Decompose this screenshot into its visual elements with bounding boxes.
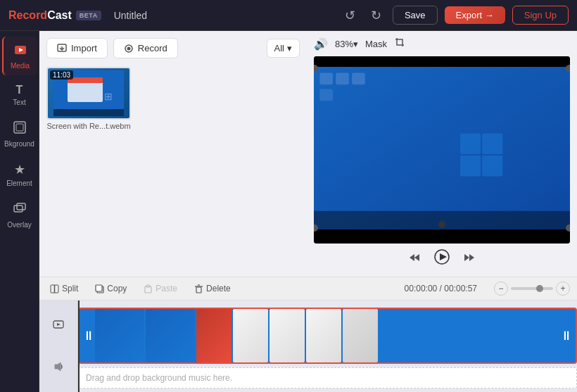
sidebar-item-text[interactable]: T Text — [2, 78, 37, 112]
track-audio-icon[interactable] — [53, 361, 64, 374]
audio-track-icon — [53, 361, 64, 372]
clip-frame-7 — [343, 309, 378, 362]
clip-pause-icon: ⏸ — [82, 329, 95, 343]
sidebar-overlay-label: Overlay — [7, 221, 31, 229]
delete-icon — [194, 284, 203, 293]
svg-text:⊞: ⊞ — [104, 91, 113, 102]
background-icon — [13, 120, 27, 138]
delete-button[interactable]: Delete — [191, 282, 234, 296]
thumbnail: ⊞ 11:03 — [46, 67, 131, 120]
content-area: Import Record All ▾ — [39, 31, 577, 392]
svg-marker-42 — [55, 362, 61, 371]
sidebar-item-element[interactable]: ★ Element — [2, 156, 37, 193]
forward-button[interactable] — [464, 252, 475, 266]
beta-badge: BETA — [76, 11, 101, 20]
export-button[interactable]: Export → — [445, 6, 505, 24]
sidebar-element-label: Element — [6, 179, 32, 187]
timeline-toolbar: Split Copy Paste — [39, 277, 577, 301]
sidebar-item-media[interactable]: Media — [2, 37, 37, 75]
music-placeholder: Drag and drop background music here. — [86, 373, 232, 383]
main-layout: Media T Text Bkground ★ Element — [0, 31, 577, 392]
play-icon — [434, 249, 450, 265]
preview-video-area — [314, 67, 570, 229]
svg-rect-37 — [196, 287, 201, 293]
music-track[interactable]: Drag and drop background music here. — [78, 367, 577, 388]
overlay-icon — [13, 201, 27, 219]
svg-marker-25 — [410, 254, 414, 261]
split-button[interactable]: Split — [46, 282, 82, 296]
import-button[interactable]: Import — [46, 38, 108, 58]
svg-rect-2 — [14, 122, 25, 133]
clip-frame-2 — [146, 309, 195, 362]
zoom-thumb — [536, 285, 543, 292]
svg-rect-22 — [460, 156, 481, 176]
clip-frame-4 — [233, 309, 268, 362]
record-icon — [124, 44, 134, 53]
play-button[interactable] — [434, 249, 450, 268]
preview-controls — [314, 244, 570, 271]
rewind-icon — [409, 252, 420, 263]
svg-rect-15 — [314, 67, 570, 229]
playhead[interactable] — [78, 301, 80, 392]
logo-text: RecordCast — [8, 9, 72, 22]
clip-frame-3 — [196, 309, 232, 362]
sidebar-text-label: Text — [13, 99, 25, 106]
video-track-icon — [53, 319, 64, 330]
svg-rect-5 — [17, 203, 25, 210]
svg-rect-21 — [482, 134, 502, 154]
thumb-duration: 11:03 — [50, 70, 73, 80]
crop-button[interactable] — [394, 37, 405, 51]
svg-marker-29 — [464, 254, 469, 261]
zoom-out-button[interactable]: − — [494, 282, 508, 296]
svg-rect-16 — [319, 72, 333, 84]
record-button[interactable]: Record — [113, 38, 178, 58]
paste-icon — [144, 284, 153, 293]
volume-icon[interactable]: 🔊 — [314, 37, 328, 51]
zoom-in-button[interactable]: + — [556, 282, 570, 296]
split-icon — [50, 284, 59, 293]
forward-icon — [464, 252, 475, 263]
svg-rect-17 — [336, 72, 349, 84]
thumb-label: Screen with Re...t.webm — [46, 122, 131, 130]
undo-button[interactable]: ↺ — [341, 5, 360, 26]
redo-button[interactable]: ↻ — [367, 5, 386, 26]
volume-percent[interactable]: 83%▾ — [335, 39, 358, 49]
clip-frame-5 — [270, 309, 305, 362]
crop-icon — [394, 37, 405, 48]
clip-pause-icon-right: ⏸ — [560, 329, 573, 343]
mask-button[interactable]: Mask — [365, 39, 387, 49]
svg-rect-4 — [14, 206, 23, 212]
paste-button[interactable]: Paste — [140, 282, 181, 296]
svg-rect-20 — [460, 134, 481, 154]
track-video-icon[interactable] — [53, 319, 64, 332]
right-panel: 🔊 83%▾ Mask — [307, 31, 577, 277]
svg-point-9 — [127, 46, 130, 50]
sidebar-media-label: Media — [11, 62, 30, 70]
chevron-down-icon: ▾ — [287, 43, 292, 53]
project-title[interactable]: Untitled — [114, 10, 147, 21]
rewind-button[interactable] — [409, 252, 420, 266]
svg-rect-3 — [16, 124, 23, 131]
handle-tr[interactable] — [566, 65, 570, 72]
preview-canvas — [314, 56, 570, 244]
zoom-slider[interactable] — [511, 287, 553, 290]
sidebar: Media T Text Bkground ★ Element — [0, 31, 39, 392]
preview-svg — [314, 67, 570, 229]
sidebar-bkground-label: Bkground — [4, 140, 34, 148]
copy-button[interactable]: Copy — [91, 282, 130, 296]
signup-button[interactable]: Sign Up — [512, 6, 569, 25]
clip-frame-1 — [95, 309, 144, 362]
sidebar-item-overlay[interactable]: Overlay — [2, 196, 37, 234]
save-button[interactable]: Save — [393, 6, 438, 25]
filter-select[interactable]: All ▾ — [267, 39, 300, 58]
svg-rect-34 — [96, 285, 102, 291]
track-controls — [39, 301, 78, 392]
timeline-tracks: ⏸ — [39, 301, 577, 392]
media-item[interactable]: ⊞ 11:03 Screen with Re...t.webm — [46, 67, 131, 130]
top-bar: RecordCast BETA Untitled ↺ ↻ Save Export… — [0, 0, 577, 31]
scrub-handle[interactable] — [438, 221, 445, 228]
handle-br[interactable] — [566, 225, 570, 232]
panel-toolbar: Import Record All ▾ — [46, 38, 300, 58]
sidebar-item-background[interactable]: Bkground — [2, 115, 37, 153]
track-clip[interactable]: ⏸ — [78, 308, 577, 364]
